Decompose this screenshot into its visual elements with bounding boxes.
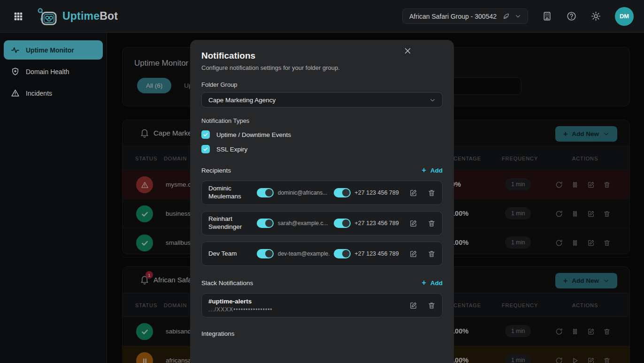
folder-group-select[interactable]: Cape Marketing Agency: [201, 92, 443, 107]
recipient-phone: +27 123 456 789: [355, 250, 401, 257]
recipient-name: Reinhart Swendinger: [208, 215, 253, 231]
apps-grid-icon[interactable]: [13, 11, 23, 22]
toggle-knob: [265, 219, 273, 227]
user-avatar[interactable]: DM: [615, 7, 634, 26]
recipient-email: dominic@africans...: [278, 189, 330, 196]
logo-text: UptimeBot: [62, 10, 118, 23]
chevron-down-icon: [515, 13, 521, 19]
add-recipient-button[interactable]: +Add: [422, 166, 443, 174]
sidebar-item-incidents[interactable]: Incidents: [4, 83, 103, 103]
modal-subtitle: Configure notification settings for your…: [201, 64, 443, 71]
sidebar: Uptime Monitor Domain Health Incidents: [0, 33, 107, 363]
edit-icon[interactable]: [409, 189, 417, 197]
edit-icon[interactable]: [409, 302, 417, 310]
top-navbar: UptimeBot African Safari Group - 300542 …: [0, 0, 644, 33]
sidebar-item-label: Incidents: [26, 90, 52, 97]
checkbox-row-uptime-downtime: Uptime / Downtime Events: [201, 130, 443, 139]
slack-channel: #uptime-alerts: [208, 298, 273, 305]
ssl-expiry-checkbox[interactable]: [201, 145, 210, 153]
settings-gear-icon[interactable]: [590, 11, 601, 22]
slack-header: Slack Notifications +Add: [201, 279, 443, 287]
delete-icon[interactable]: [428, 219, 436, 227]
notification-types-label: Notification Types: [201, 117, 443, 124]
recipient-email: dev-team@example...: [278, 250, 330, 257]
delete-icon[interactable]: [428, 189, 436, 197]
recipient-row: Reinhart Swendinger sarah@example.c... +…: [201, 211, 443, 235]
toggle-knob: [342, 250, 350, 257]
toggle-knob: [342, 189, 350, 197]
warning-triangle-icon: [11, 89, 20, 98]
sidebar-item-label: Domain Health: [26, 68, 69, 76]
recipient-name: Dev Team: [208, 250, 253, 258]
recipients-label: Recipients: [201, 167, 231, 174]
toggle-knob: [265, 189, 273, 197]
recipient-email: sarah@example.c...: [278, 220, 330, 227]
notifications-modal: Notifications Configure notification set…: [190, 40, 454, 363]
slack-label: Slack Notifications: [201, 280, 253, 287]
sms-toggle[interactable]: [334, 188, 351, 197]
plus-icon: +: [422, 279, 426, 287]
integrations-label: Integrations: [201, 330, 235, 337]
toggle-knob: [265, 250, 273, 257]
folder-group-value: Cape Marketing Agency: [208, 97, 276, 104]
shield-plus-icon: [11, 67, 20, 76]
recipient-phone: +27 123 456 789: [355, 220, 401, 227]
sidebar-item-uptime-monitor[interactable]: Uptime Monitor: [4, 40, 103, 60]
sms-toggle[interactable]: [334, 219, 351, 228]
slack-channel-info: #uptime-alerts .../XXXX••••••••••••••••: [208, 298, 273, 313]
group-selector-dropdown[interactable]: African Safari Group - 300542: [402, 8, 528, 24]
slack-row: #uptime-alerts .../XXXX••••••••••••••••: [201, 293, 443, 318]
app-screen: UptimeBot African Safari Group - 300542 …: [0, 0, 644, 363]
sidebar-item-label: Uptime Monitor: [26, 46, 74, 54]
recipient-phone: +27 123 456 789: [355, 189, 401, 196]
checkbox-row-ssl-expiry: SSL Expiry: [201, 145, 443, 153]
check-icon: [203, 132, 208, 137]
organization-icon[interactable]: [542, 11, 552, 22]
group-leaf-icon: [502, 12, 510, 20]
toggle-knob: [342, 219, 350, 227]
edit-icon[interactable]: [409, 219, 417, 227]
folder-group-label: Folder Group: [201, 81, 443, 88]
checkbox-label: SSL Expiry: [216, 146, 247, 153]
sms-toggle[interactable]: [334, 249, 351, 258]
recipient-row: Dev Team dev-team@example... +27 123 456…: [201, 242, 443, 266]
topbar-actions: African Safari Group - 300542 DM: [402, 7, 634, 26]
delete-icon[interactable]: [428, 250, 436, 258]
uptimebot-logo[interactable]: UptimeBot: [37, 7, 118, 26]
email-toggle[interactable]: [257, 219, 274, 228]
recipient-row: Dominic Meulemans dominic@africans... +2…: [201, 181, 443, 205]
robot-logo-icon: [37, 7, 58, 26]
close-icon[interactable]: [404, 47, 412, 55]
email-toggle[interactable]: [257, 188, 274, 197]
integrations-header: Integrations: [201, 330, 443, 337]
group-selector-value: African Safari Group - 300542: [409, 13, 497, 20]
recipient-name: Dominic Meulemans: [208, 185, 253, 201]
sidebar-item-domain-health[interactable]: Domain Health: [4, 62, 103, 81]
chevron-down-icon: [429, 97, 436, 103]
help-icon[interactable]: [566, 11, 577, 22]
recipients-header: Recipients +Add: [201, 166, 443, 174]
edit-icon[interactable]: [409, 250, 417, 258]
check-icon: [203, 146, 208, 152]
email-toggle[interactable]: [257, 249, 274, 258]
checkbox-label: Uptime / Downtime Events: [216, 131, 291, 138]
delete-icon[interactable]: [428, 302, 436, 310]
uptime-downtime-checkbox[interactable]: [201, 130, 210, 139]
plus-icon: +: [422, 166, 426, 174]
add-slack-button[interactable]: +Add: [422, 279, 443, 287]
slack-webhook-masked: .../XXXX••••••••••••••••: [208, 306, 273, 313]
activity-icon: [11, 45, 20, 54]
